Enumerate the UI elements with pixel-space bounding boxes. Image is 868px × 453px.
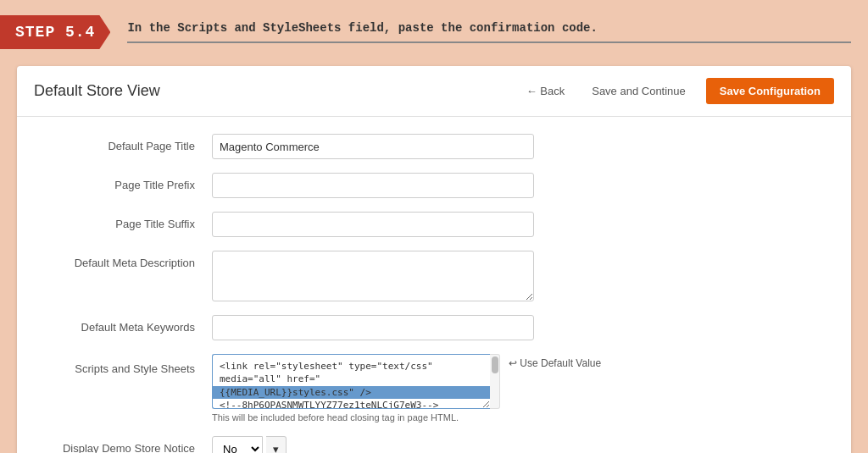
label-meta-desc: Default Meta Description xyxy=(42,251,212,269)
scripts-textarea[interactable]: <span data-name="scripts-line1" data-int… xyxy=(212,354,490,409)
step-instruction-text: In the Scripts and StyleSheets field, pa… xyxy=(127,21,598,35)
demo-store-label-text: Display Demo Store Notice xyxy=(63,442,195,453)
field-row-scripts: Scripts and Style Sheets <span data-name… xyxy=(42,354,826,423)
save-config-label: Save Configuration xyxy=(720,85,821,97)
form-body: Default Page Title Page Title Prefix Pag… xyxy=(17,117,851,453)
field-row-meta-keywords: Default Meta Keywords xyxy=(42,315,826,340)
card-header: Default Store View ← Back Save and Conti… xyxy=(17,66,851,117)
page-title-label-text: Default Page Title xyxy=(108,140,195,152)
card-title: Default Store View xyxy=(34,82,506,100)
page-title-input[interactable] xyxy=(212,134,534,159)
save-config-button[interactable]: Save Configuration xyxy=(706,78,834,104)
use-default-button[interactable]: ↩ Use Default Value xyxy=(509,354,601,369)
meta-keywords-label-text: Default Meta Keywords xyxy=(81,321,195,334)
meta-desc-input[interactable] xyxy=(212,251,534,301)
save-continue-label: Save and Continue xyxy=(592,85,686,97)
meta-desc-label-text: Default Meta Description xyxy=(75,257,195,269)
main-card: Default Store View ← Back Save and Conti… xyxy=(17,66,851,453)
back-button[interactable]: ← Back xyxy=(520,81,572,101)
save-continue-button[interactable]: Save and Continue xyxy=(585,81,693,101)
scripts-scrollbar[interactable] xyxy=(490,354,500,409)
use-default-label: ↩ Use Default Value xyxy=(509,357,601,369)
label-scripts: Scripts and Style Sheets xyxy=(42,354,212,375)
field-row-meta-desc: Default Meta Description xyxy=(42,251,826,301)
label-page-title-suffix: Page Title Suffix xyxy=(42,212,212,230)
meta-keywords-input[interactable] xyxy=(212,315,534,340)
demo-select-arrow[interactable]: ▾ xyxy=(266,436,287,453)
scripts-help-text: This will be included before head closin… xyxy=(212,412,500,423)
demo-select-wrapper: No Yes ▾ xyxy=(212,436,287,453)
scripts-label-text: Scripts and Style Sheets xyxy=(75,362,195,375)
step-badge: STEP 5.4 xyxy=(0,15,110,49)
label-meta-keywords: Default Meta Keywords xyxy=(42,315,212,334)
label-page-title: Default Page Title xyxy=(42,134,212,152)
scripts-field-wrapper: <span data-name="scripts-line1" data-int… xyxy=(212,354,826,423)
label-page-title-prefix: Page Title Prefix xyxy=(42,173,212,191)
step-header: STEP 5.4 In the Scripts and StyleSheets … xyxy=(0,0,868,58)
label-demo-store: Display Demo Store Notice xyxy=(42,436,212,453)
back-label: ← Back xyxy=(526,85,565,97)
field-row-page-title-suffix: Page Title Suffix xyxy=(42,212,826,237)
scroll-thumb xyxy=(492,356,498,373)
page-title-prefix-input[interactable] xyxy=(212,173,534,198)
field-row-demo-store: Display Demo Store Notice No Yes ▾ xyxy=(42,436,826,453)
field-row-page-title-prefix: Page Title Prefix xyxy=(42,173,826,198)
page-title-suffix-input[interactable] xyxy=(212,212,534,237)
demo-store-select[interactable]: No Yes xyxy=(212,436,263,453)
step-instruction: In the Scripts and StyleSheets field, pa… xyxy=(127,21,851,43)
step-label: STEP 5.4 xyxy=(15,24,95,41)
page-title-suffix-label-text: Page Title Suffix xyxy=(115,218,195,230)
field-row-page-title: Default Page Title xyxy=(42,134,826,159)
page-title-prefix-label-text: Page Title Prefix xyxy=(114,179,195,191)
